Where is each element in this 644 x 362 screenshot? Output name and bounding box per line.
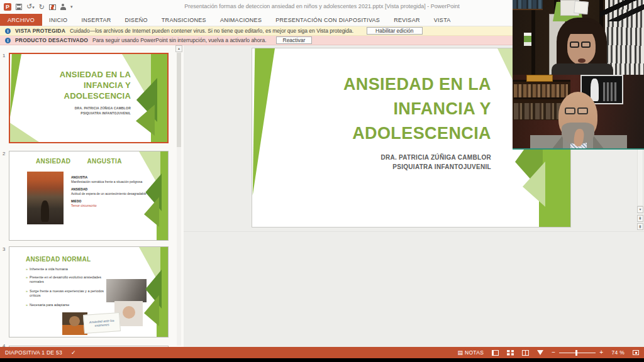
woman-shoulders xyxy=(552,63,613,75)
glasses-lens xyxy=(570,41,579,48)
shelf-books xyxy=(513,0,543,10)
thumb1-title: ANSIEDAD EN LA INFANCIA Y ADOLESCENCIA xyxy=(60,69,131,101)
slideshow-view-icon[interactable] xyxy=(537,350,543,355)
thumb1-subtitle: DRA. PATRICIA ZÚÑIGA CAMBLOR PSIQUIATRA … xyxy=(75,106,131,116)
boy-face xyxy=(69,316,80,326)
next-slide-button[interactable]: ⇟ xyxy=(637,223,643,230)
stressed-woman-image xyxy=(106,279,147,302)
figurine xyxy=(591,79,599,101)
screen: P ↺▾ ↻ ▾ Presentación formas de deteccio… xyxy=(0,0,644,362)
facet-shape xyxy=(10,54,21,117)
tab-presentacion[interactable]: PRESENTACIÓN CON DIAPOSITIVAS xyxy=(269,14,387,26)
tab-diseno[interactable]: DISEÑO xyxy=(118,14,155,26)
normal-view-icon[interactable] xyxy=(492,350,499,356)
slide-counter: DIAPOSITIVA 1 DE 53 xyxy=(5,349,62,356)
window-title: Presentación formas de deteccion ansieda… xyxy=(184,3,460,9)
tab-transiciones[interactable]: TRANSICIONES xyxy=(155,14,213,26)
slide-sorter-view-icon[interactable] xyxy=(507,350,514,356)
quick-access-toolbar: P ↺▾ ↻ ▾ xyxy=(4,3,72,11)
video-border-accent xyxy=(513,148,644,150)
thumbnail-scrollbar[interactable]: ▲ xyxy=(175,45,182,346)
picture-detail xyxy=(603,82,617,101)
facet-shape xyxy=(252,48,275,195)
book-row xyxy=(514,84,568,99)
product-deactivated-message: Para seguir usando PowerPoint sin interr… xyxy=(92,37,266,43)
thumbnail-number: 3 xyxy=(3,246,5,252)
reading-view-icon[interactable] xyxy=(522,350,529,356)
woman-mouth xyxy=(578,58,586,63)
status-bar: DIAPOSITIVA 1 DE 53 ✓ ▤ NOTAS − + xyxy=(0,347,644,358)
thumb2-title: ANSIEDAD ANGUSTIA xyxy=(36,158,122,165)
zoom-slider[interactable] xyxy=(559,353,596,353)
product-deactivated-label: PRODUCTO DESACTIVADO xyxy=(15,37,88,43)
redo-icon[interactable]: ↻ xyxy=(39,4,45,11)
save-icon[interactable] xyxy=(16,4,22,10)
thumbnail-number: 1 xyxy=(3,53,5,58)
slide-subtitle[interactable]: DRA. PATRICIA ZÚÑIGA CAMBLOR PSIQUIATRA … xyxy=(380,153,491,172)
webcam-tile-woman[interactable] xyxy=(513,0,644,75)
glasses-lens xyxy=(581,41,591,48)
undo-icon[interactable]: ↺▾ xyxy=(26,3,35,11)
baby-head xyxy=(123,306,135,319)
editor-divider xyxy=(184,231,644,232)
user-account-icon[interactable] xyxy=(60,4,66,10)
tab-insertar[interactable]: INSERTAR xyxy=(74,14,118,26)
reactivate-button[interactable]: Reactivar xyxy=(276,36,313,44)
thumbnail-slide-1[interactable]: ANSIEDAD EN LA INFANCIA Y ADOLESCENCIA D… xyxy=(9,53,169,143)
facet-shape xyxy=(10,119,39,142)
previous-slide-button[interactable]: ⇞ xyxy=(637,215,643,222)
pinned-paper xyxy=(574,1,589,14)
thumb2-definitions: ANGUSTIA Manifestación somática frente a… xyxy=(71,175,149,211)
customize-qat-icon[interactable]: ▾ xyxy=(70,4,73,9)
scream-painting-image xyxy=(27,172,64,224)
zoom-out-button[interactable]: − xyxy=(552,349,555,356)
start-presentation-icon[interactable] xyxy=(49,4,56,10)
protected-view-message: Cuidado—los archivos de Internet pueden … xyxy=(70,28,353,34)
glasses-lens xyxy=(565,107,575,114)
exam-anxiety-note: Ansiedad ante los exámenes xyxy=(83,312,121,334)
scroll-up-arrow-icon[interactable]: ▲ xyxy=(175,45,182,52)
window-frame-shadow xyxy=(600,0,644,21)
child-drawing xyxy=(524,33,531,46)
thumbnail-number: 2 xyxy=(3,151,5,156)
tab-archivo[interactable]: ARCHIVO xyxy=(0,14,42,26)
info-icon: i xyxy=(5,38,11,43)
enable-editing-button[interactable]: Habilitar edición xyxy=(367,27,422,35)
scrollbar-thumb[interactable] xyxy=(177,53,181,147)
woman-hair-fringe xyxy=(564,21,599,34)
yellow-box xyxy=(526,75,553,82)
notes-icon: ▤ xyxy=(458,349,464,356)
zoom-in-button[interactable]: + xyxy=(599,349,603,356)
thumb3-bullets: »Inherente a vida humana »Presente en el… xyxy=(26,267,109,311)
slide-thumbnail-panel: 1 ANSIEDAD EN LA INFANCIA Y ADOLESCENCIA… xyxy=(0,45,184,347)
notes-toggle[interactable]: ▤ NOTAS xyxy=(458,349,484,356)
protected-view-label: VISTA PROTEGIDA xyxy=(15,28,65,34)
video-call-overlay xyxy=(513,0,644,150)
webcam-tile-man[interactable] xyxy=(513,75,644,150)
thumbnail-slide-2[interactable]: ANSIEDAD ANGUSTIA ANGUSTIA Manifestación… xyxy=(9,151,169,241)
tab-vista[interactable]: VISTA xyxy=(427,14,458,26)
woman-glasses xyxy=(570,41,591,48)
thumb3-title: ANSIEDAD NORMAL xyxy=(26,256,91,263)
scream-figure xyxy=(41,200,49,222)
thumbnail-slide-3[interactable]: ANSIEDAD NORMAL »Inherente a vida humana… xyxy=(9,246,169,337)
zoom-control: − + xyxy=(552,349,603,356)
scroll-down-arrow-icon[interactable]: ▼ xyxy=(637,206,643,213)
tab-revisar[interactable]: REVISAR xyxy=(387,14,427,26)
zoom-slider-thumb[interactable] xyxy=(575,350,577,356)
info-icon: i xyxy=(5,28,11,34)
tab-inicio[interactable]: INICIO xyxy=(42,14,74,26)
powerpoint-logo-icon[interactable]: P xyxy=(4,3,11,11)
tab-animaciones[interactable]: ANIMACIONES xyxy=(213,14,269,26)
fit-slide-to-window-icon[interactable] xyxy=(633,350,639,355)
man-glasses xyxy=(565,107,588,114)
glasses-lens xyxy=(577,107,588,114)
spell-check-icon[interactable]: ✓ xyxy=(71,350,76,356)
slide-title[interactable]: ANSIEDAD EN LA INFANCIA Y ADOLESCENCIA xyxy=(343,72,491,146)
zoom-percentage[interactable]: 74 % xyxy=(611,349,625,356)
